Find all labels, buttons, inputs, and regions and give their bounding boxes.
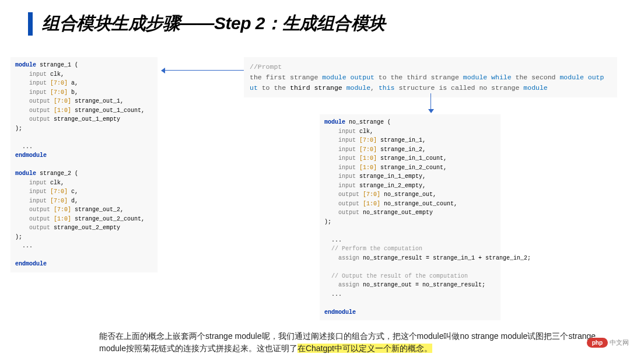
- prompt-text: module while: [463, 74, 512, 81]
- code-token: output: [15, 116, 50, 123]
- code-token: strange_in_1_empty,: [356, 173, 426, 180]
- code-token: no_strange_out_empty: [359, 209, 433, 216]
- code-token: endmodule: [15, 261, 47, 267]
- code-token: [15, 162, 19, 168]
- prompt-block: //Promptthe first strange module output …: [244, 57, 617, 97]
- code-token: no_strange_out,: [380, 191, 436, 198]
- code-token: // Output the result of the computation: [324, 273, 468, 279]
- code-token: [1:0]: [359, 164, 377, 171]
- code-token: input: [324, 173, 356, 180]
- code-token: strange_out_2_empty: [50, 225, 120, 231]
- code-token: [7:0]: [363, 191, 380, 198]
- code-token: ...: [15, 144, 33, 150]
- code-token: output: [15, 107, 54, 114]
- code-token: c,: [68, 188, 78, 195]
- code-token: [15, 134, 19, 141]
- prompt-text: third strange: [290, 84, 342, 92]
- code-token: output: [324, 209, 359, 216]
- code-block-right: module no_strange ( input clk, input [7:…: [320, 114, 501, 320]
- code-token: [7:0]: [50, 89, 68, 96]
- code-token: input: [324, 164, 359, 171]
- code-token: input: [15, 71, 47, 78]
- code-token: output: [324, 201, 363, 207]
- code-token: strange_out_1_empty: [50, 116, 120, 123]
- arrow-left-icon: [162, 70, 244, 71]
- watermark-logo: php 中文网: [587, 338, 629, 348]
- prompt-text: the second: [512, 74, 560, 81]
- logo-badge: php: [587, 338, 608, 348]
- code-token: assign: [324, 255, 359, 261]
- prompt-text: module: [342, 84, 370, 92]
- code-token: [7:0]: [359, 146, 377, 153]
- code-token: input: [324, 146, 359, 153]
- code-token: no_strange_out = no_strange_result;: [359, 282, 485, 288]
- code-token: [7:0]: [50, 188, 68, 195]
- code-token: strange_in_2_empty,: [356, 183, 426, 189]
- code-token: );: [15, 234, 22, 240]
- code-token: a,: [68, 80, 78, 86]
- code-token: [7:0]: [50, 80, 68, 86]
- code-token: [15, 252, 19, 258]
- accent-bar: [28, 12, 33, 36]
- code-token: input: [15, 188, 50, 195]
- code-token: input: [324, 137, 359, 144]
- code-token: ...: [324, 237, 342, 243]
- code-token: );: [15, 125, 22, 132]
- prompt-text: ut: [250, 84, 258, 92]
- code-token: b,: [68, 89, 78, 96]
- arrow-down-icon: [430, 93, 431, 112]
- prompt-text: module outp: [559, 74, 604, 81]
- prompt-text: module output: [322, 74, 374, 81]
- code-token: strange_out_1_count,: [71, 107, 145, 114]
- code-token: no_strange_result = strange_in_1 + stran…: [359, 255, 531, 261]
- code-token: ...: [324, 291, 342, 298]
- code-token: input: [324, 183, 356, 189]
- code-token: // Perform the computation: [324, 246, 422, 252]
- code-token: no_strange (: [345, 119, 391, 125]
- code-token: );: [324, 219, 331, 225]
- code-token: output: [15, 206, 54, 213]
- code-token: [1:0]: [54, 216, 71, 222]
- code-token: input: [15, 180, 47, 186]
- code-token: no_strange_out_count,: [380, 201, 457, 207]
- code-token: d,: [68, 198, 78, 204]
- logo-text: 中文网: [610, 338, 629, 347]
- code-token: strange_out_2,: [71, 206, 124, 213]
- code-token: [1:0]: [363, 201, 380, 207]
- paragraph-highlight: 在Chatgpt中可以定义一个新的概念。: [298, 344, 432, 353]
- code-token: clk,: [356, 128, 373, 135]
- explanation-paragraph: 能否在上面的概念上嵌套两个strange module呢，我们通过阐述接口的组合…: [99, 330, 612, 355]
- slide-content: module strange_1 ( input clk, input [7:0…: [10, 57, 623, 352]
- code-token: [1:0]: [54, 107, 71, 114]
- code-token: assign: [324, 282, 359, 288]
- code-token: output: [324, 191, 363, 198]
- code-token: output: [15, 225, 50, 231]
- code-token: input: [324, 155, 359, 162]
- prompt-text: module: [523, 84, 547, 92]
- code-token: output: [15, 98, 54, 104]
- code-token: [7:0]: [54, 206, 71, 213]
- code-block-left: module strange_1 ( input clk, input [7:0…: [10, 57, 158, 272]
- code-token: endmodule: [324, 309, 356, 316]
- code-token: strange_out_2_count,: [71, 216, 145, 222]
- code-token: strange_in_1,: [377, 137, 426, 144]
- code-token: output: [15, 216, 54, 222]
- code-token: input: [15, 80, 50, 86]
- code-token: strange_out_1,: [71, 98, 124, 104]
- code-token: strange_in_2,: [377, 146, 426, 153]
- prompt-text: this: [379, 84, 395, 92]
- code-token: clk,: [47, 180, 64, 186]
- prompt-text: the first strange: [250, 74, 322, 81]
- prompt-text: to the third strange: [374, 74, 463, 81]
- code-token: input: [324, 128, 356, 135]
- code-token: strange_in_1_count,: [377, 155, 447, 162]
- prompt-text: ,: [370, 84, 379, 92]
- code-token: ...: [15, 243, 33, 249]
- prompt-text: to the: [258, 84, 290, 92]
- code-token: [324, 300, 328, 306]
- prompt-comment: //Prompt: [250, 63, 282, 71]
- code-token: strange_1 (: [36, 62, 78, 68]
- code-token: module: [15, 62, 36, 68]
- code-token: [7:0]: [359, 137, 377, 144]
- slide-header: 组合模块生成步骤——Step 2：生成组合模块: [0, 0, 630, 36]
